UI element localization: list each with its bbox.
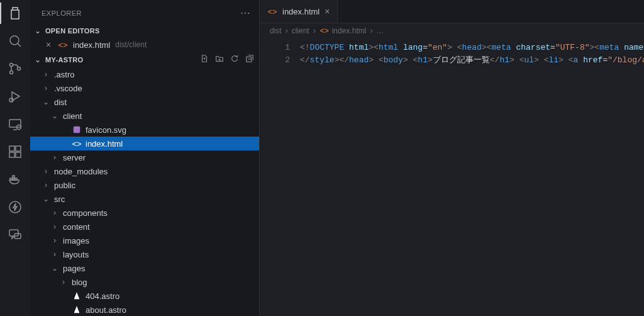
folder-row[interactable]: images (30, 234, 259, 247)
folder-name: content (63, 222, 90, 232)
chevron-right-icon (42, 167, 50, 176)
open-editor-name: index.html (73, 40, 110, 50)
feedback-icon[interactable] (7, 227, 23, 243)
explorer-icon[interactable] (7, 5, 23, 21)
chevron-right-icon (50, 153, 59, 162)
chevron-right-icon: › (370, 26, 372, 35)
editor-area: <>index.html× dist›client›<>index.html›…… (260, 0, 644, 316)
breadcrumb-item[interactable]: … (376, 26, 384, 35)
folder-row[interactable]: server (30, 150, 259, 164)
folder-row[interactable]: pages (30, 261, 259, 275)
folder-row[interactable]: blog (30, 275, 259, 289)
file-row[interactable]: <>index.html (30, 137, 259, 150)
open-editors-label: OPEN EDITORS (45, 27, 100, 35)
chevron-down-icon (33, 26, 43, 35)
chevron-right-icon: › (286, 26, 288, 35)
svg-rect-19 (74, 127, 80, 133)
search-icon[interactable] (7, 33, 23, 49)
folder-row[interactable]: node_modules (30, 164, 259, 178)
svg-point-15 (9, 201, 21, 213)
code-content[interactable]: <!DOCTYPE html><html lang="en"> <head><m… (300, 42, 644, 54)
folder-name: dist (54, 98, 67, 107)
folder-row[interactable]: .astro (30, 67, 259, 81)
project-actions (200, 54, 254, 65)
svg-rect-5 (9, 120, 21, 127)
code-line[interactable]: 2</style></head> <body> <h1>ブログ記事一覧</h1>… (260, 54, 644, 67)
folder-row[interactable]: layouts (30, 247, 259, 261)
breadcrumb-item[interactable]: dist (270, 26, 282, 35)
folder-name: public (54, 181, 75, 190)
line-number: 2 (260, 54, 300, 67)
file-name: about.astro (86, 305, 126, 315)
refresh-icon[interactable] (230, 54, 239, 65)
astro-file-icon (72, 305, 82, 314)
file-tree: .astro.vscodedistclientfavicon.svg<>inde… (30, 67, 259, 316)
astro-file-icon (72, 291, 82, 300)
tab-bar: <>index.html× (260, 0, 644, 23)
svg-rect-10 (16, 146, 21, 151)
run-debug-icon[interactable] (7, 88, 23, 104)
folder-row[interactable]: .vscode (30, 81, 259, 95)
folder-name: .vscode (54, 84, 82, 93)
open-editor-path: dist/client (115, 40, 147, 49)
editor-tab[interactable]: <>index.html× (260, 0, 338, 23)
chevron-right-icon (42, 84, 50, 93)
activity-bar (0, 0, 30, 316)
folder-row[interactable]: components (30, 206, 259, 220)
code-line[interactable]: 1<!DOCTYPE html><html lang="en"> <head><… (260, 42, 644, 54)
html-file-icon: <> (72, 139, 82, 149)
extensions-icon[interactable] (7, 144, 23, 160)
folder-name: src (54, 195, 65, 204)
folder-row[interactable]: content (30, 220, 259, 234)
html-file-icon: <> (58, 40, 68, 50)
folder-row[interactable]: client (30, 109, 259, 123)
chevron-right-icon: › (313, 26, 316, 35)
chevron-right-icon (42, 70, 50, 79)
open-editors-header[interactable]: OPEN EDITORS (30, 24, 259, 38)
file-name: index.html (86, 139, 123, 149)
folder-name: layouts (63, 250, 89, 259)
svg-point-0 (10, 36, 19, 45)
svg-rect-7 (9, 146, 14, 151)
file-row[interactable]: favicon.svg (30, 123, 259, 137)
folder-name: pages (63, 264, 85, 273)
code-content[interactable]: </style></head> <body> <h1>ブログ記事一覧</h1> … (300, 54, 644, 67)
svg-point-2 (10, 71, 13, 74)
chevron-right-icon (50, 222, 59, 231)
chevron-right-icon (42, 181, 50, 189)
close-icon[interactable]: × (44, 40, 53, 50)
file-name: 404.astro (86, 291, 119, 301)
new-folder-icon[interactable] (215, 54, 224, 65)
sidebar-more-icon[interactable]: ⋯ (240, 8, 250, 18)
sidebar: EXPLORER ⋯ OPEN EDITORS ×<>index.htmldis… (30, 0, 260, 316)
svg-rect-14 (13, 176, 14, 178)
file-row[interactable]: about.astro (30, 303, 259, 316)
folder-row[interactable]: public (30, 178, 259, 192)
breadcrumb-item[interactable]: client (292, 26, 309, 35)
file-row[interactable]: 404.astro (30, 289, 259, 303)
folder-name: .astro (54, 70, 75, 79)
sidebar-header: EXPLORER ⋯ (30, 0, 259, 24)
folder-row[interactable]: dist (30, 95, 259, 109)
source-control-icon[interactable] (7, 60, 23, 77)
collapse-all-icon[interactable] (245, 54, 254, 65)
breadcrumb-item[interactable]: <>index.html (319, 26, 367, 35)
folder-name: blog (72, 278, 87, 287)
new-file-icon[interactable] (200, 54, 209, 65)
remote-explorer-icon[interactable] (7, 116, 23, 132)
project-label: MY-ASTRO (45, 56, 83, 64)
thunder-icon[interactable] (7, 199, 23, 215)
file-name: favicon.svg (86, 125, 126, 135)
chevron-right-icon (50, 208, 59, 217)
project-header[interactable]: MY-ASTRO (30, 52, 259, 67)
html-file-icon: <> (319, 26, 330, 35)
folder-row[interactable]: src (30, 192, 259, 206)
code-editor[interactable]: 1<!DOCTYPE html><html lang="en"> <head><… (260, 39, 644, 67)
docker-icon[interactable] (7, 171, 23, 188)
line-number: 1 (260, 42, 300, 54)
folder-name: server (63, 153, 86, 162)
svg-rect-16 (9, 230, 18, 236)
svg-rect-8 (9, 152, 14, 157)
open-editor-item[interactable]: ×<>index.htmldist/client (30, 38, 259, 52)
close-icon[interactable]: × (325, 6, 330, 16)
